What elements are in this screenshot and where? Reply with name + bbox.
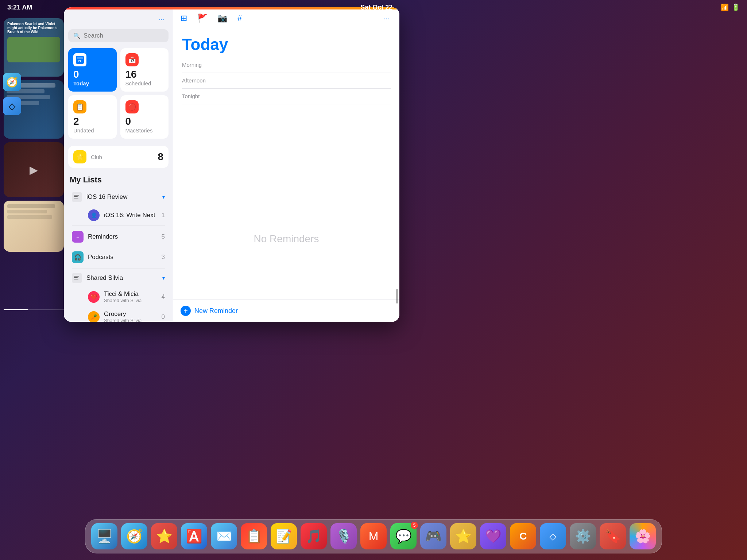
sidebar: ··· 🔍 22 0 [64, 7, 173, 322]
dock-settings-icon[interactable]: ⚙️ [570, 523, 596, 549]
dock-marble-icon[interactable]: 💜 [480, 523, 506, 549]
dock-codeedit-icon[interactable]: ◇ [540, 523, 566, 549]
search-input[interactable] [84, 32, 163, 39]
safari-corner-icon[interactable]: 🧭 [3, 73, 21, 91]
undated-card[interactable]: 📋 2 Undated [68, 95, 117, 139]
new-reminder-button[interactable]: + New Reminder [181, 306, 238, 316]
messages-badge: 5 [411, 522, 418, 529]
dock: 🖥️ 🧭 ⭐ 🅰️ ✉️ 📋 📝 🎵 🎙️ M 💬 5 🎮 ⭐ 💜 C ◇ ⚙️… [85, 519, 662, 553]
dock-photos-icon[interactable]: 🌸 [630, 523, 656, 549]
ticci-micia-subtitle: Shared with Silvia [104, 298, 157, 303]
dock-music-icon[interactable]: 🎵 [301, 523, 327, 549]
codeedit-corner-icon[interactable]: ◇ [3, 97, 21, 115]
bg-notes-app[interactable] [4, 201, 64, 252]
scroll-handle[interactable] [396, 289, 398, 304]
shared-list-icon [74, 275, 80, 281]
scheduled-count: 16 [125, 69, 164, 80]
macstories-label: MacStories [125, 127, 164, 134]
ios16writenext-item[interactable]: 👤 iOS 16: Write Next 1 [68, 206, 169, 225]
dock-appstore-icon[interactable]: 🅰️ [181, 523, 207, 549]
dock-reminders-icon[interactable]: 📋 [241, 523, 267, 549]
dock-books-icon[interactable]: 🔖 [600, 523, 626, 549]
sidebar-ellipsis-button[interactable]: ··· [155, 13, 167, 25]
dock-mail-icon[interactable]: ✉️ [211, 523, 237, 549]
today-label: Today [73, 80, 112, 86]
ios16writenext-info: iOS 16: Write Next [104, 212, 157, 219]
dock-reeder2-icon[interactable]: ⭐ [450, 523, 476, 549]
dock-reeder-icon[interactable]: ⭐ [151, 523, 177, 549]
macstories-icon: 🔴 [125, 100, 139, 113]
ios16review-group-header[interactable]: iOS 16 Review ▾ [68, 188, 169, 206]
shared-silvia-group-header[interactable]: Shared Silvia ▾ [68, 269, 169, 287]
status-date: Sat Oct 22 [360, 4, 392, 11]
bg-video-app[interactable]: ▶ [4, 142, 64, 197]
dock-discord-icon[interactable]: 🎮 [420, 523, 446, 549]
search-container[interactable]: 🔍 [68, 29, 169, 42]
svg-text:22: 22 [78, 59, 82, 63]
undated-label: Undated [73, 127, 112, 134]
dock-safari-icon[interactable]: 🧭 [121, 523, 147, 549]
empty-state: No Reminders [173, 178, 399, 300]
podcasts-list-name: Podcasts [88, 254, 157, 261]
club-count: 8 [158, 151, 163, 163]
shared-silvia-chevron: ▾ [162, 275, 165, 281]
hashtag-icon[interactable]: # [237, 13, 242, 23]
grocery-name: Grocery [104, 310, 157, 318]
ios16writenext-count: 1 [162, 212, 165, 219]
svg-rect-6 [74, 198, 78, 198]
ticci-micia-icon: ❤️ [88, 291, 100, 303]
grocery-info: Grocery Shared with Silvia [104, 310, 157, 322]
macstories-card[interactable]: 🔴 0 MacStories [120, 95, 169, 139]
reminders-list-item[interactable]: ≡ Reminders 5 [68, 227, 169, 247]
afternoon-label: Afternoon [182, 77, 206, 84]
corner-icons: 🧭 ◇ [3, 73, 21, 115]
camera-icon[interactable]: 📷 [217, 13, 227, 23]
grocery-subtitle: Shared with Silvia [104, 318, 157, 322]
dock-mango-icon[interactable]: M [360, 523, 387, 549]
podcasts-list-icon: 🎧 [72, 251, 84, 263]
grid-icon[interactable]: ⊞ [181, 13, 187, 23]
main-title: Today [173, 28, 399, 57]
svg-rect-4 [74, 195, 79, 196]
scheduled-card[interactable]: 📅 16 Scheduled [120, 48, 169, 92]
ticci-micia-item[interactable]: ❤️ Ticci & Micia Shared with Silvia 4 [68, 287, 169, 307]
ios16review-chevron: ▾ [162, 194, 165, 200]
today-count: 0 [73, 69, 112, 80]
reminders-app: ··· 🔍 22 0 [64, 7, 399, 322]
wifi-icon: 📶 [721, 3, 729, 11]
smart-lists-grid: 22 0 Today 📅 16 Scheduled 📋 [68, 48, 169, 139]
club-icon: ⭐ [73, 150, 86, 163]
scheduled-icon: 📅 [125, 53, 139, 66]
main-footer: + New Reminder [173, 300, 399, 322]
dock-notes-icon[interactable]: 📝 [271, 523, 297, 549]
reminders-list-name: Reminders [88, 233, 157, 240]
reminders-list-icon: ≡ [72, 231, 84, 243]
today-card[interactable]: 22 0 Today [68, 48, 117, 92]
search-icon: 🔍 [73, 32, 81, 39]
dock-messages-icon[interactable]: 💬 5 [390, 523, 417, 549]
scheduled-label: Scheduled [125, 80, 164, 86]
svg-rect-8 [74, 277, 78, 278]
new-reminder-label: New Reminder [194, 307, 238, 315]
main-content: ⊞ 🚩 📷 # ··· Today Morning Afternoon Toni… [173, 7, 399, 322]
morning-section: Morning [182, 57, 391, 73]
undated-icon: 📋 [73, 100, 86, 113]
podcasts-list-item[interactable]: 🎧 Podcasts 3 [68, 247, 169, 267]
battery-icon: 🔋 [732, 3, 740, 11]
flag-icon[interactable]: 🚩 [197, 13, 207, 23]
svg-rect-5 [74, 196, 78, 197]
bg-news-app[interactable]: Pokemon Scarlet and Violet might actuall… [4, 18, 64, 77]
ticci-micia-name: Ticci & Micia [104, 290, 157, 298]
list-group-icon [74, 194, 80, 200]
grocery-icon: 🥕 [88, 311, 100, 322]
shared-group-icon [72, 273, 82, 283]
ios16writenext-icon: 👤 [88, 209, 100, 221]
club-card[interactable]: ⭐ Club 8 [68, 146, 169, 168]
reminders-list-count: 5 [162, 233, 165, 240]
grocery-item[interactable]: 🥕 Grocery Shared with Silvia 0 [68, 307, 169, 322]
dock-craft-icon[interactable]: C [510, 523, 536, 549]
dock-podcasts-icon[interactable]: 🎙️ [330, 523, 357, 549]
status-time: 3:21 AM [7, 4, 32, 11]
dock-finder-icon[interactable]: 🖥️ [91, 523, 117, 549]
grocery-count: 0 [162, 313, 165, 321]
